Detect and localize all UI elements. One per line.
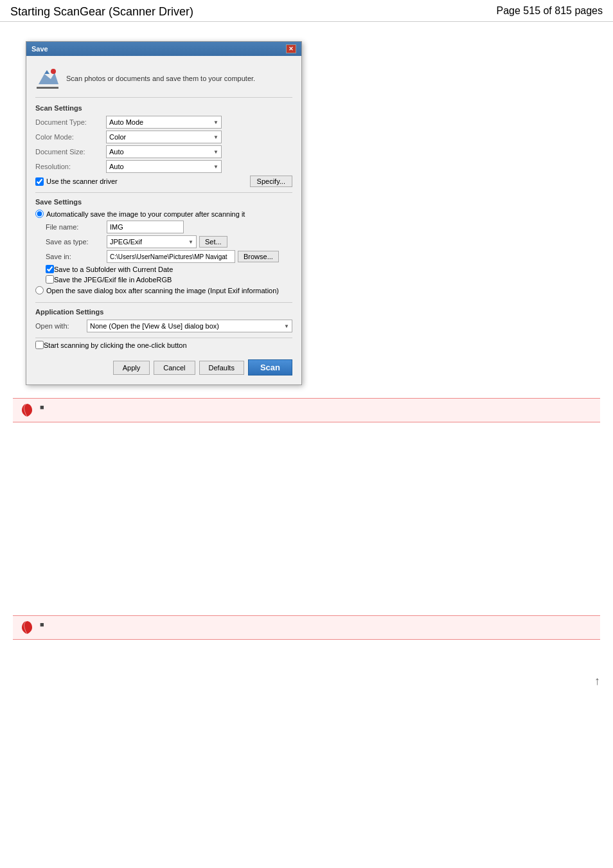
app-settings-label: Application Settings: [35, 308, 292, 316]
open-with-label: Open with:: [35, 322, 87, 330]
save-as-type-row: Save as type: JPEG/Exif ▼ Set...: [35, 235, 292, 248]
document-size-select[interactable]: Auto ▼: [106, 145, 222, 158]
subfolder-row: Save to a Subfolder with Current Date: [35, 265, 292, 273]
adobe-rgb-row: Save the JPEG/Exif file in AdobeRGB: [35, 275, 292, 284]
note-section-2: ■: [13, 615, 600, 640]
note-bullet-2: ■: [40, 620, 44, 628]
chevron-down-icon: ▼: [213, 149, 218, 155]
set-button[interactable]: Set...: [199, 236, 227, 248]
use-scanner-driver-row: Use the scanner driver Specify...: [35, 176, 292, 187]
scroll-up-arrow[interactable]: ↑: [594, 674, 600, 688]
document-type-label: Document Type:: [35, 118, 106, 126]
apply-button[interactable]: Apply: [113, 361, 150, 375]
file-name-input[interactable]: IMG: [107, 221, 184, 233]
chevron-down-icon: ▼: [284, 323, 289, 329]
note-icon-2: [19, 620, 35, 635]
main-content: Save ✕ Scan photos or documents and save…: [0, 22, 613, 653]
document-type-select[interactable]: Auto Mode ▼: [106, 116, 222, 129]
dialog-description: Scan photos or documents and save them t…: [66, 75, 255, 82]
save-in-input[interactable]: C:\Users\UserName\Pictures\MP Navigat: [107, 250, 235, 263]
save-in-row: Save in: C:\Users\UserName\Pictures\MP N…: [35, 250, 292, 263]
scan-settings-label: Scan Settings: [35, 104, 292, 112]
save-as-type-select[interactable]: JPEG/Exif ▼: [107, 235, 197, 248]
document-type-row: Document Type: Auto Mode ▼: [35, 116, 292, 129]
note-icon-1: [19, 402, 35, 418]
chevron-down-icon: ▼: [188, 239, 193, 245]
color-mode-select[interactable]: Color ▼: [106, 131, 222, 143]
defaults-button[interactable]: Defaults: [199, 361, 244, 375]
scanner-icon: [35, 66, 60, 91]
start-scanning-row: Start scanning by clicking the one-click…: [35, 338, 292, 349]
app-settings-section: Application Settings Open with: None (Op…: [35, 308, 292, 332]
page-title: Starting ScanGear (Scanner Driver): [10, 5, 193, 19]
resolution-row: Resolution: Auto ▼: [35, 160, 292, 173]
scan-settings-section: Scan Settings Document Type: Auto Mode ▼…: [35, 104, 292, 193]
note-content-1: ■: [40, 402, 594, 411]
dialog-close-button[interactable]: ✕: [286, 44, 296, 53]
dialog-titlebar: Save ✕: [26, 42, 301, 56]
subfolder-checkbox[interactable]: [46, 265, 54, 273]
dialog-header-section: Scan photos or documents and save them t…: [35, 62, 292, 98]
save-settings-section: Save Settings Automatically save the ima…: [35, 198, 292, 303]
open-with-row: Open with: None (Open the [View & Use] d…: [35, 320, 292, 332]
adobe-rgb-checkbox[interactable]: [46, 275, 54, 284]
chevron-down-icon: ▼: [213, 134, 218, 140]
auto-save-radio-row: Automatically save the image to your com…: [35, 210, 292, 218]
subfolder-label[interactable]: Save to a Subfolder with Current Date: [54, 266, 173, 273]
use-scanner-driver-checkbox[interactable]: [35, 177, 44, 186]
dialog-body: Scan photos or documents and save them t…: [26, 56, 301, 384]
color-mode-label: Color Mode:: [35, 133, 106, 141]
auto-save-radio[interactable]: [35, 210, 44, 218]
auto-save-label[interactable]: Automatically save the image to your com…: [46, 210, 245, 218]
note-content-2: ■: [40, 620, 594, 629]
start-scanning-checkbox[interactable]: [35, 341, 44, 349]
open-dialog-radio-row: Open the save dialog box after scanning …: [35, 286, 292, 294]
adobe-rgb-label[interactable]: Save the JPEG/Exif file in AdobeRGB: [54, 276, 172, 284]
page-header: Starting ScanGear (Scanner Driver) Page …: [0, 0, 613, 22]
file-name-label: File name:: [46, 223, 107, 231]
file-name-row: File name: IMG: [35, 221, 292, 233]
document-size-row: Document Size: Auto ▼: [35, 145, 292, 158]
specify-button[interactable]: Specify...: [250, 176, 292, 187]
scan-button[interactable]: Scan: [248, 359, 292, 375]
page-number: Page 515 of 815 pages: [497, 5, 603, 17]
start-scanning-label[interactable]: Start scanning by clicking the one-click…: [44, 341, 187, 349]
dialog-window: Save ✕ Scan photos or documents and save…: [26, 41, 302, 385]
svg-point-0: [51, 69, 56, 74]
note-section-1: ■: [13, 398, 600, 422]
browse-button[interactable]: Browse...: [238, 251, 279, 262]
note-bullet-1: ■: [40, 403, 44, 411]
resolution-select[interactable]: Auto ▼: [106, 160, 222, 173]
chevron-down-icon: ▼: [213, 120, 218, 125]
resolution-label: Resolution:: [35, 163, 106, 170]
use-scanner-driver-label[interactable]: Use the scanner driver: [46, 177, 118, 185]
document-size-label: Document Size:: [35, 148, 106, 156]
save-as-type-label: Save as type:: [46, 238, 107, 246]
open-dialog-label[interactable]: Open the save dialog box after scanning …: [46, 287, 279, 294]
save-settings-label: Save Settings: [35, 198, 292, 206]
open-dialog-radio[interactable]: [35, 286, 44, 294]
dialog-buttons: Apply Cancel Defaults Scan: [35, 354, 292, 375]
chevron-down-icon: ▼: [213, 164, 218, 170]
color-mode-row: Color Mode: Color ▼: [35, 131, 292, 143]
cancel-button[interactable]: Cancel: [154, 361, 195, 375]
save-in-label: Save in:: [46, 253, 107, 260]
open-with-select[interactable]: None (Open the [View & Use] dialog box) …: [87, 320, 292, 332]
dialog-title: Save: [31, 45, 48, 53]
